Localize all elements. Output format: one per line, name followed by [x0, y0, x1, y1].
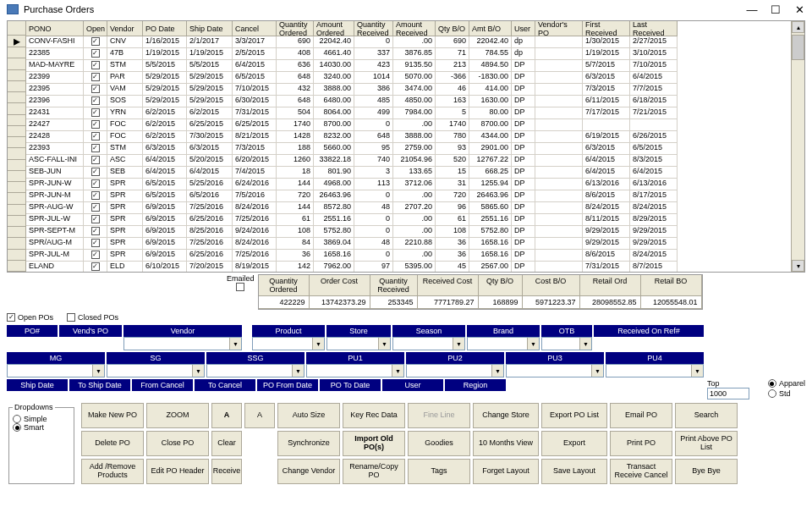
cell[interactable]: 22042.40: [314, 36, 354, 48]
cell[interactable]: 3/10/2015: [630, 48, 678, 60]
cell[interactable]: ASC-FALL-INI: [26, 155, 84, 167]
cell[interactable]: ✓: [84, 155, 107, 167]
cell[interactable]: .00: [393, 190, 436, 202]
cell[interactable]: 188: [277, 143, 314, 155]
cell[interactable]: 414.00: [469, 84, 512, 96]
cell[interactable]: 5865.60: [469, 202, 512, 214]
cell[interactable]: [535, 96, 583, 107]
cell[interactable]: 2/5/2015: [233, 48, 277, 60]
row-header[interactable]: [8, 92, 26, 103]
cell[interactable]: 3888.00: [393, 131, 436, 143]
cell[interactable]: 213: [436, 60, 469, 72]
cell[interactable]: 1/19/2015: [583, 48, 630, 60]
cell[interactable]: 6/3/2015: [187, 143, 233, 155]
cell[interactable]: 108: [277, 226, 314, 238]
cell[interactable]: ✓: [84, 72, 107, 84]
cell[interactable]: 84: [277, 238, 314, 250]
cell[interactable]: 1/19/2015: [187, 48, 233, 60]
table-row[interactable]: SPR-JUL-M✓SPR6/9/20156/25/20167/25/20163…: [26, 250, 791, 262]
action-button[interactable]: Delete PO: [81, 431, 144, 456]
cell[interactable]: 6/9/2015: [143, 214, 187, 226]
filter-combo[interactable]: ▼: [606, 364, 704, 377]
cell[interactable]: .00: [393, 226, 436, 238]
cell[interactable]: [535, 60, 583, 72]
cell[interactable]: SPR-AUG-W: [26, 202, 84, 214]
action-button[interactable]: Export PO List: [541, 403, 607, 428]
cell[interactable]: DP: [512, 72, 535, 84]
cell[interactable]: 504: [277, 107, 314, 119]
cell[interactable]: 8/24/2015: [583, 202, 630, 214]
cell[interactable]: [535, 107, 583, 119]
cell[interactable]: [535, 36, 583, 48]
dropdowns-smart-radio[interactable]: Smart: [13, 423, 70, 432]
cell[interactable]: 6/9/2015: [143, 250, 187, 262]
cell[interactable]: 6/11/2015: [583, 96, 630, 107]
cell[interactable]: 6/3/2015: [583, 143, 630, 155]
cell[interactable]: 8/11/2015: [583, 214, 630, 226]
cell[interactable]: 720: [277, 190, 314, 202]
cell[interactable]: 2707.20: [393, 202, 436, 214]
cell[interactable]: 6/19/2015: [583, 131, 630, 143]
cell[interactable]: 95: [354, 143, 393, 155]
cell[interactable]: 3: [354, 167, 393, 179]
minimize-button[interactable]: —: [746, 3, 758, 15]
cell[interactable]: -366: [436, 72, 469, 84]
cell[interactable]: 22385: [26, 48, 84, 60]
cell[interactable]: DP: [512, 190, 535, 202]
action-button[interactable]: 10 Months View: [473, 431, 539, 456]
cell[interactable]: DP: [512, 143, 535, 155]
action-button[interactable]: Save Layout: [541, 459, 607, 484]
cell[interactable]: 33822.18: [314, 155, 354, 167]
cell[interactable]: 8/24/2016: [233, 238, 277, 250]
cell[interactable]: 8/29/2015: [630, 214, 678, 226]
cell[interactable]: 142: [277, 262, 314, 272]
row-header[interactable]: [8, 193, 26, 204]
cell[interactable]: 690: [436, 36, 469, 48]
cell[interactable]: 7/31/2015: [233, 107, 277, 119]
cell[interactable]: [535, 72, 583, 84]
cell[interactable]: 8700.00: [469, 119, 512, 131]
cell[interactable]: 6/2/2015: [143, 107, 187, 119]
cell[interactable]: 6/4/2015: [630, 167, 678, 179]
cell[interactable]: 7/25/2016: [233, 250, 277, 262]
cell[interactable]: 3474.00: [393, 84, 436, 96]
row-header[interactable]: [8, 81, 26, 92]
cell[interactable]: ✓: [84, 143, 107, 155]
cell[interactable]: 36: [436, 250, 469, 262]
col-header[interactable]: Amount Ordered: [314, 21, 354, 36]
cell[interactable]: ✓: [84, 226, 107, 238]
cell[interactable]: 432: [277, 84, 314, 96]
cell[interactable]: 8/24/2015: [630, 250, 678, 262]
row-header[interactable]: [8, 216, 26, 227]
cell[interactable]: [535, 190, 583, 202]
cell[interactable]: 740: [354, 155, 393, 167]
cell[interactable]: 61: [277, 214, 314, 226]
cell[interactable]: SPR-JUL-W: [26, 214, 84, 226]
cell[interactable]: 7/20/2015: [187, 262, 233, 272]
cell[interactable]: DP: [512, 226, 535, 238]
cell[interactable]: 45: [436, 262, 469, 272]
row-header[interactable]: [8, 58, 26, 69]
table-row[interactable]: SPR-JUL-W✓SPR6/9/20156/25/20167/25/20166…: [26, 214, 791, 226]
cell[interactable]: 5/5/2015: [143, 60, 187, 72]
cell[interactable]: 8064.00: [314, 107, 354, 119]
filter-label[interactable]: From Cancel: [132, 379, 193, 391]
cell[interactable]: 408: [277, 48, 314, 60]
table-row[interactable]: 22428✓FOC6/2/20157/30/20158/21/201514288…: [26, 131, 791, 143]
cell[interactable]: 6/2/2015: [143, 119, 187, 131]
action-button[interactable]: Auto Size: [277, 403, 340, 428]
cell[interactable]: SEB: [107, 167, 143, 179]
cell[interactable]: 8/6/2015: [583, 250, 630, 262]
cell[interactable]: 3712.06: [393, 179, 436, 190]
cell[interactable]: 7/10/2015: [630, 60, 678, 72]
cell[interactable]: 47B: [107, 48, 143, 60]
cell[interactable]: FOC: [107, 131, 143, 143]
table-row[interactable]: SPR-SEPT-M✓SPR6/9/20158/25/20169/24/2016…: [26, 226, 791, 238]
cell[interactable]: 1014: [354, 72, 393, 84]
action-button[interactable]: Change Vendor: [277, 459, 340, 484]
cell[interactable]: 485: [354, 96, 393, 107]
cell[interactable]: ✓: [84, 107, 107, 119]
cell[interactable]: ✓: [84, 84, 107, 96]
filter-label[interactable]: Region: [445, 379, 506, 391]
po-grid[interactable]: ▸ PONOOpenVendorPO DateShip DateCancelQu…: [7, 20, 805, 273]
